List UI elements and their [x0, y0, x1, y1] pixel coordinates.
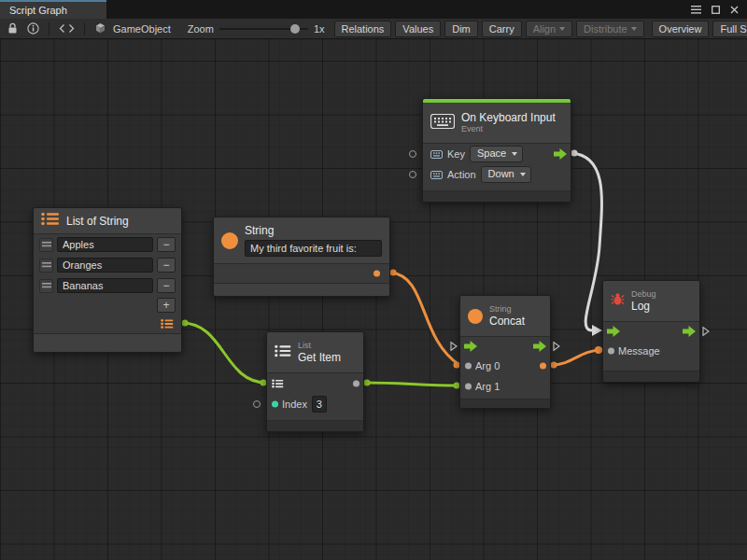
value-wire-string-to-concat[interactable]: [390, 270, 460, 369]
node-string-literal[interactable]: String My third favorite fruit is:: [213, 217, 390, 297]
window-close-icon[interactable]: [730, 6, 739, 14]
control-wire-arrowhead-icon: [592, 325, 602, 336]
node-title: List of String: [66, 215, 129, 228]
result-output-port[interactable]: [540, 363, 546, 370]
values-label: Values: [402, 23, 433, 35]
control-input-port[interactable]: [464, 341, 477, 352]
window-menu-icon[interactable]: [691, 6, 701, 14]
zoom-slider-handle[interactable]: [290, 24, 300, 34]
action-dropdown[interactable]: Down: [481, 166, 531, 183]
zoom-label: Zoom: [188, 23, 214, 35]
node-title: On Keyboard Input: [461, 111, 556, 124]
action-port-icon[interactable]: [430, 166, 443, 183]
remove-item-button[interactable]: −: [157, 278, 176, 293]
toolbar-divider: [84, 22, 85, 35]
list-input-port[interactable]: [272, 379, 284, 388]
key-dropdown[interactable]: Space: [470, 146, 523, 162]
distribute-label: Distribute: [584, 23, 627, 35]
value-wire-list-to-getitem[interactable]: [182, 320, 267, 386]
fullscreen-button[interactable]: Full Screen: [712, 21, 747, 37]
carry-label: Carry: [489, 23, 514, 35]
node-list-of-string[interactable]: List of String Apples − Oranges − Banana…: [33, 207, 182, 353]
lock-button[interactable]: [5, 19, 21, 38]
code-preview-button[interactable]: [56, 19, 78, 38]
index-label: Index: [282, 399, 307, 410]
list-icon: [41, 212, 60, 230]
distribute-caret-icon: [631, 27, 637, 31]
node-category: String: [489, 304, 525, 315]
node-debug-log[interactable]: Debug Log Message: [602, 280, 700, 383]
index-input-port[interactable]: [272, 401, 278, 408]
node-on-keyboard-input[interactable]: On Keyboard Input Event Key Space Action…: [422, 98, 571, 203]
arg1-input-port[interactable]: [465, 384, 472, 390]
relations-button[interactable]: Relations: [334, 21, 392, 37]
drag-handle-icon[interactable]: [39, 259, 53, 273]
values-button[interactable]: Values: [395, 21, 441, 37]
value-wire-getitem-to-concat[interactable]: [364, 380, 460, 389]
distribute-button: Distribute: [576, 21, 643, 37]
node-category: Debug: [631, 289, 656, 300]
zoom-slider[interactable]: [219, 21, 308, 37]
control-input-port[interactable]: [607, 326, 620, 337]
key-port-icon[interactable]: [430, 146, 443, 162]
gameobject-label: GameObject: [113, 23, 171, 35]
overview-button[interactable]: Overview: [652, 21, 710, 37]
arg0-input-port[interactable]: [465, 363, 472, 370]
relations-label: Relations: [342, 23, 385, 35]
dim-button[interactable]: Dim: [444, 21, 478, 37]
string-output-port[interactable]: [374, 271, 380, 277]
control-output-port[interactable]: [683, 326, 696, 337]
message-row: Message: [603, 341, 699, 361]
info-button[interactable]: [24, 19, 42, 38]
overview-label: Overview: [659, 23, 702, 35]
script-graph-window: Script Graph GameObject Zoom 1x Relation…: [0, 0, 747, 560]
node-get-item[interactable]: List Get Item Index 3: [266, 331, 364, 432]
list-icon-white: [275, 344, 291, 361]
drag-handle-icon[interactable]: [39, 279, 53, 293]
add-item-row: +: [34, 296, 181, 315]
dropdown-caret-icon: [512, 152, 517, 156]
index-unconnected-port[interactable]: [253, 400, 261, 408]
graph-canvas[interactable]: On Keyboard Input Event Key Space Action…: [0, 39, 747, 560]
string-type-icon: [468, 309, 483, 324]
node-footer: [267, 420, 363, 431]
titlebar: Script Graph: [0, 0, 747, 19]
key-unconnected-port[interactable]: [409, 150, 416, 158]
list-output-port[interactable]: [161, 319, 174, 329]
tab-script-graph[interactable]: Script Graph: [0, 0, 106, 19]
item-output-port[interactable]: [353, 381, 359, 387]
gameobject-cube-icon: [92, 19, 109, 38]
control-output-port[interactable]: [554, 148, 567, 160]
arg1-row: Arg 1: [460, 376, 550, 397]
control-wire-keyboard-to-log[interactable]: [571, 150, 603, 337]
action-unconnected-port[interactable]: [409, 171, 416, 178]
arg1-label: Arg 1: [475, 381, 500, 392]
drag-handle-icon[interactable]: [39, 238, 53, 252]
message-input-port[interactable]: [608, 348, 614, 355]
node-concat[interactable]: String Concat Arg 0 Arg 1: [459, 295, 551, 409]
bug-icon: [611, 292, 625, 310]
action-dropdown-value: Down: [488, 168, 514, 179]
remove-item-button[interactable]: −: [157, 258, 176, 273]
window-maximize-icon[interactable]: [712, 6, 720, 14]
action-port-row: Action Down: [423, 164, 571, 185]
remove-item-button[interactable]: −: [157, 237, 176, 252]
list-item-field[interactable]: Apples: [57, 237, 153, 252]
carry-button[interactable]: Carry: [482, 21, 522, 37]
window-controls: [683, 0, 747, 19]
control-output-port[interactable]: [533, 341, 546, 352]
add-item-button[interactable]: +: [157, 298, 176, 313]
node-footer: [603, 371, 699, 382]
list-item-field[interactable]: Oranges: [57, 258, 153, 273]
string-value-field[interactable]: My third favorite fruit is:: [245, 240, 382, 257]
list-item-field[interactable]: Bananas: [57, 278, 153, 293]
control-hint-triangle-icon: [702, 327, 710, 337]
node-header: Debug Log: [603, 281, 699, 322]
list-item-row: Oranges −: [34, 255, 181, 275]
node-title: Log: [631, 300, 656, 313]
node-title: String: [245, 224, 382, 237]
index-value-field[interactable]: 3: [312, 396, 327, 413]
keyboard-icon: [430, 114, 455, 133]
action-label: Action: [447, 169, 476, 180]
node-header: On Keyboard Input Event: [423, 103, 571, 144]
